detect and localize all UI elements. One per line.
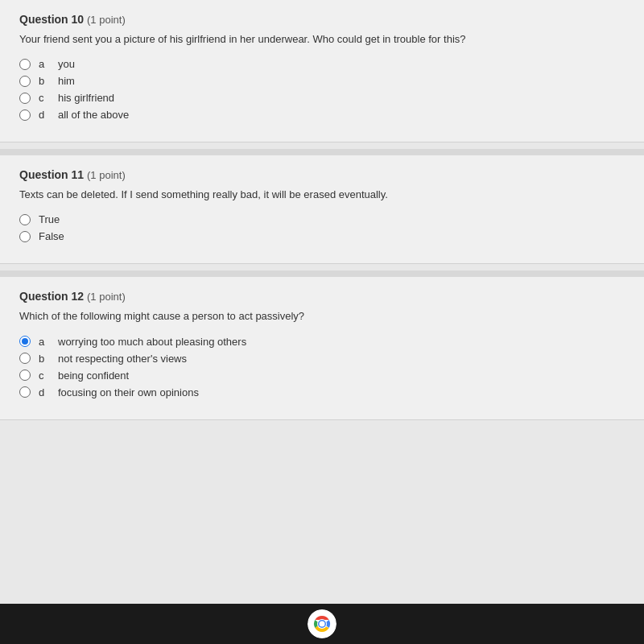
question-11-options: True False: [19, 213, 625, 242]
option-text: worrying too much about pleasing others: [58, 336, 246, 348]
question-11-number: Question 11: [19, 168, 84, 181]
option-letter: a: [39, 58, 47, 70]
question-12-number: Question 12: [19, 290, 84, 303]
chrome-icon[interactable]: [308, 609, 336, 638]
radio-10-b[interactable]: [19, 76, 31, 87]
list-item[interactable]: True: [19, 213, 625, 225]
question-12-header: Question 12 (1 point): [19, 290, 625, 303]
list-item[interactable]: False: [19, 230, 625, 242]
option-letter: c: [39, 92, 47, 104]
option-text: focusing on their own opinions: [58, 386, 199, 398]
option-text: False: [39, 230, 64, 242]
list-item[interactable]: b him: [19, 75, 625, 87]
taskbar: [0, 604, 644, 644]
svg-point-4: [320, 621, 325, 627]
option-text: True: [39, 213, 60, 225]
radio-12-d[interactable]: [19, 386, 31, 398]
question-10-points: (1 point): [87, 14, 126, 26]
option-text: not respecting other's views: [58, 353, 187, 365]
option-text: him: [58, 75, 75, 87]
list-item[interactable]: c being confident: [19, 369, 625, 382]
question-12-text: Which of the following might cause a per…: [19, 309, 625, 324]
option-text: all of the above: [58, 109, 129, 121]
separator: [0, 270, 644, 277]
list-item[interactable]: b not respecting other's views: [19, 353, 625, 365]
question-10-options: a you b him c his girlfriend d all of th…: [19, 58, 625, 121]
radio-10-d[interactable]: [19, 109, 31, 121]
question-10-header: Question 10 (1 point): [19, 13, 625, 26]
radio-11-false[interactable]: [19, 231, 31, 242]
question-11-block: Question 11 (1 point) Texts can be delet…: [0, 155, 644, 264]
option-letter: b: [39, 353, 47, 365]
separator: [0, 149, 644, 155]
option-letter: c: [39, 369, 47, 382]
radio-12-c[interactable]: [19, 369, 31, 381]
option-text: you: [58, 58, 75, 70]
question-12-block: Question 12 (1 point) Which of the follo…: [0, 277, 644, 419]
option-letter: b: [39, 75, 47, 87]
option-letter: d: [39, 109, 47, 121]
radio-10-c[interactable]: [19, 93, 31, 104]
question-10-text: Your friend sent you a picture of his gi…: [19, 32, 625, 47]
option-letter: a: [39, 336, 47, 348]
list-item[interactable]: c his girlfriend: [19, 92, 625, 104]
question-11-text: Texts can be deleted. If I send somethin…: [19, 188, 625, 202]
radio-12-a[interactable]: [19, 336, 31, 347]
option-text: his girlfriend: [58, 92, 114, 104]
list-item[interactable]: d focusing on their own opinions: [19, 386, 625, 398]
question-12-options: a worrying too much about pleasing other…: [19, 336, 625, 398]
question-11-points: (1 point): [87, 169, 126, 181]
list-item[interactable]: a worrying too much about pleasing other…: [19, 336, 625, 348]
question-11-header: Question 11 (1 point): [19, 168, 625, 181]
radio-12-b[interactable]: [19, 353, 31, 364]
main-content: Question 10 (1 point) Your friend sent y…: [0, 0, 644, 604]
question-12-points: (1 point): [87, 291, 126, 303]
option-letter: d: [39, 386, 47, 398]
question-10-block: Question 10 (1 point) Your friend sent y…: [0, 0, 644, 142]
list-item[interactable]: d all of the above: [19, 109, 625, 121]
radio-10-a[interactable]: [19, 59, 31, 70]
question-10-number: Question 10: [19, 13, 84, 26]
radio-11-true[interactable]: [19, 214, 31, 225]
list-item[interactable]: a you: [19, 58, 625, 70]
option-text: being confident: [58, 369, 129, 382]
